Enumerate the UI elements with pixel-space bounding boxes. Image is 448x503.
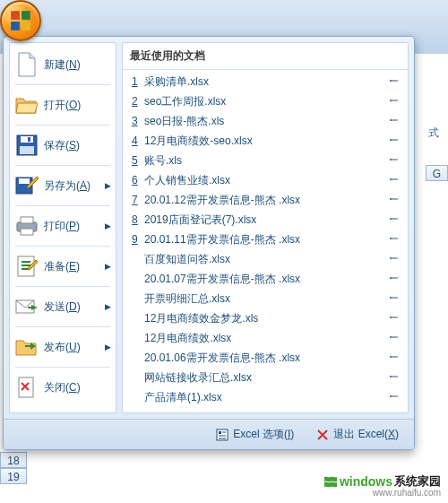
excel-options-button[interactable]: Excel 选项(I) <box>207 423 302 446</box>
recent-item[interactable]: 2seo工作周报.xlsx <box>123 91 408 111</box>
svg-rect-7 <box>28 137 30 142</box>
svg-rect-30 <box>390 356 392 358</box>
pin-icon[interactable] <box>390 154 402 167</box>
office-button[interactable] <box>0 0 41 41</box>
open-label: 打开(O) <box>40 98 112 113</box>
svg-rect-3 <box>22 22 30 30</box>
svg-rect-16 <box>390 80 392 82</box>
recent-item-number: 5 <box>132 153 144 168</box>
recent-item[interactable]: 12月电商绩效金梦龙.xls <box>123 308 408 328</box>
recent-item-filename: 20.01.12需开发票信息-熊杰 .xlsx <box>144 193 390 207</box>
save-floppy-icon <box>13 132 40 159</box>
svg-rect-26 <box>390 277 392 279</box>
publish-command[interactable]: 发布(U) ▶ <box>12 330 114 364</box>
exit-label: 退出 Excel(X) <box>333 427 399 442</box>
row-header-19[interactable]: 19 <box>0 468 27 484</box>
saveas-label: 另存为(A) <box>40 178 105 194</box>
chevron-right-icon: ▶ <box>105 262 112 271</box>
chevron-right-icon: ▶ <box>105 343 112 351</box>
prepare-command[interactable]: 准备(E) ▶ <box>12 249 114 283</box>
recent-item[interactable]: 3seo日报-熊杰.xls <box>123 111 408 131</box>
recent-item-number: 3 <box>132 114 144 128</box>
recent-item[interactable]: 1采购清单.xlsx <box>123 72 408 91</box>
recent-item[interactable]: 网站链接收录汇总.xlsx <box>123 368 408 387</box>
recent-item-filename: 20.01.11需开发票信息-熊杰 .xlsx <box>144 232 390 247</box>
pin-icon[interactable] <box>390 213 402 226</box>
send-command[interactable]: 发送(D) ▶ <box>12 290 114 324</box>
recent-item[interactable]: 720.01.12需开发票信息-熊杰 .xlsx <box>123 190 408 210</box>
open-command[interactable]: 打开(O) <box>12 88 114 122</box>
recent-item-filename: 20.01.07需开发票信息-熊杰 .xlsx <box>144 272 390 286</box>
recent-documents-list: 1采购清单.xlsx2seo工作周报.xlsx3seo日报-熊杰.xls412月… <box>123 70 408 412</box>
new-command[interactable]: 新建(N) <box>12 48 114 82</box>
chevron-right-icon: ▶ <box>105 221 112 230</box>
pin-icon[interactable] <box>390 391 402 403</box>
recent-item-filename: 开票明细汇总.xlsx <box>144 291 390 306</box>
pin-icon[interactable] <box>390 174 402 186</box>
recent-item[interactable]: 20.01.06需开发票信息-熊杰 .xlsx <box>123 348 408 368</box>
pin-icon[interactable] <box>390 312 402 325</box>
close-label: 关闭(C) <box>40 380 112 395</box>
options-label: Excel 选项(I) <box>233 427 294 442</box>
svg-rect-27 <box>390 297 392 299</box>
recent-item-number: 1 <box>132 74 144 89</box>
recent-item[interactable]: 20.01.07需开发票信息-熊杰 .xlsx <box>123 269 408 289</box>
pin-icon[interactable] <box>390 351 402 364</box>
svg-rect-6 <box>20 146 34 154</box>
pin-icon[interactable] <box>390 332 402 344</box>
pin-icon[interactable] <box>390 292 402 305</box>
office-menu-commands: 新建(N) 打开(O) 保存(S) 另存为(A <box>9 42 116 413</box>
recent-item[interactable]: 82019店面登记表(7).xlsx <box>123 210 408 230</box>
send-label: 发送(D) <box>40 299 105 315</box>
office-menu-footer: Excel 选项(I) 退出 Excel(X) <box>4 419 414 449</box>
pin-icon[interactable] <box>390 273 402 285</box>
recent-item-number: 8 <box>132 212 144 227</box>
recent-item-filename: 个人销售业绩.xlsx <box>144 173 390 187</box>
send-mail-icon <box>13 293 40 320</box>
recent-item[interactable]: 产品清单(1).xlsx <box>123 387 408 407</box>
recent-item-filename: 采购清单.xlsx <box>144 74 390 89</box>
recent-item-filename: 20.01.06需开发票信息-熊杰 .xlsx <box>144 351 390 365</box>
column-header-g[interactable]: G <box>426 165 448 181</box>
pin-icon[interactable] <box>390 371 402 384</box>
svg-rect-25 <box>390 257 392 259</box>
print-label: 打印(P) <box>40 219 105 234</box>
prepare-label: 准备(E) <box>40 259 105 274</box>
pin-icon[interactable] <box>390 95 402 108</box>
exit-excel-button[interactable]: 退出 Excel(X) <box>307 423 407 446</box>
open-folder-icon <box>13 91 40 118</box>
chevron-right-icon: ▶ <box>105 181 112 190</box>
pin-icon[interactable] <box>390 233 402 246</box>
recent-item[interactable]: 百度知道问答.xlsx <box>123 249 408 269</box>
svg-rect-18 <box>390 119 392 121</box>
recent-item[interactable]: 6个人销售业绩.xlsx <box>123 170 408 190</box>
recent-item[interactable]: 920.01.11需开发票信息-熊杰 .xlsx <box>123 230 408 249</box>
recent-item-filename: 产品清单(1).xlsx <box>144 390 390 404</box>
print-command[interactable]: 打印(P) ▶ <box>12 209 114 243</box>
pin-icon[interactable] <box>390 253 402 265</box>
publish-label: 发布(U) <box>40 340 105 355</box>
recent-item-number: 6 <box>132 173 144 187</box>
svg-rect-11 <box>21 217 33 223</box>
pin-icon[interactable] <box>390 194 402 206</box>
new-file-icon <box>13 51 40 78</box>
office-menu: 新建(N) 打开(O) 保存(S) 另存为(A <box>3 36 415 450</box>
recent-item[interactable]: 5账号.xls <box>123 151 408 170</box>
save-command[interactable]: 保存(S) <box>12 128 114 162</box>
recent-item-number: 9 <box>132 232 144 247</box>
svg-rect-9 <box>19 178 30 184</box>
recent-item[interactable]: 12月电商绩效.xlsx <box>123 328 408 348</box>
saveas-command[interactable]: 另存为(A) ▶ <box>12 169 114 203</box>
pin-icon[interactable] <box>390 75 402 88</box>
close-command[interactable]: 关闭(C) <box>12 370 114 404</box>
recent-item[interactable]: 开票明细汇总.xlsx <box>123 289 408 308</box>
recent-item-filename: 12月电商绩效金梦龙.xls <box>144 311 390 325</box>
recent-item[interactable]: 412月电商绩效-seo.xlsx <box>123 131 408 151</box>
svg-rect-28 <box>390 317 392 318</box>
close-file-icon <box>13 374 40 401</box>
office-logo-icon <box>9 9 32 32</box>
pin-icon[interactable] <box>390 115 402 127</box>
row-header-18[interactable]: 18 <box>0 452 27 468</box>
recent-item-filename: 百度知道问答.xlsx <box>144 252 390 266</box>
pin-icon[interactable] <box>390 134 402 147</box>
